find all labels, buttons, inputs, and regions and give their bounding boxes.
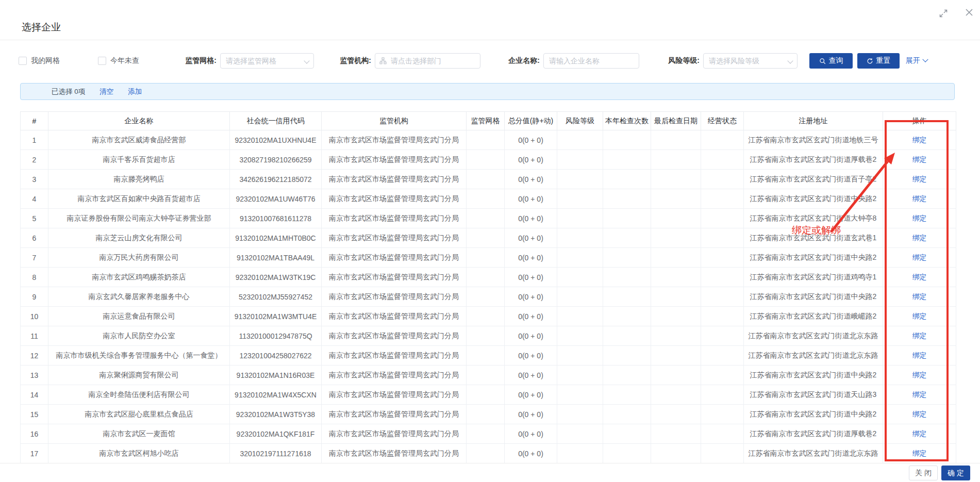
cell-grid <box>467 326 505 346</box>
not-inspected-checkbox[interactable] <box>98 57 106 65</box>
cell-grid <box>467 130 505 150</box>
cell-action: 绑定 <box>883 307 956 326</box>
cell-address: 江苏省南京市玄武区玄武门街道中央路2 <box>744 405 883 424</box>
bind-link[interactable]: 绑定 <box>912 194 927 203</box>
cell-action: 绑定 <box>883 228 956 248</box>
table-row: 12南京市市级机关综合事务管理服务中心（第一食堂）123201004258027… <box>21 346 956 365</box>
cell-action: 绑定 <box>883 365 956 385</box>
cell-risk <box>557 209 603 228</box>
column-header: 企业名称 <box>48 112 230 130</box>
column-header: 总分值(静+动) <box>505 112 557 130</box>
bind-link[interactable]: 绑定 <box>912 331 927 340</box>
cell-code: 92320102MA1UW46T76 <box>230 189 322 209</box>
cell-score: 0(0 + 0) <box>505 228 557 248</box>
cell-name: 南京市玄武区鸡鸣赐茶奶茶店 <box>48 268 230 287</box>
bind-link[interactable]: 绑定 <box>912 292 927 301</box>
table-row: 5南京证券股份有限公司南京大钟亭证券营业部913201007681611278南… <box>21 209 956 228</box>
cell-status <box>701 444 744 463</box>
cell-action: 绑定 <box>883 130 956 150</box>
close-icon[interactable] <box>963 6 975 19</box>
reset-button[interactable]: 重置 <box>857 53 900 69</box>
table-row: 13南京聚俐源商贸有限公司91320102MA1N16R03E南京市玄武区市场监… <box>21 365 956 385</box>
risk-level-select-input[interactable] <box>703 53 798 69</box>
cell-risk <box>557 307 603 326</box>
cell-status <box>701 228 744 248</box>
cell-address: 江苏省南京市玄武区玄武门街道玄武巷1 <box>744 228 883 248</box>
cell-risk <box>557 287 603 307</box>
cell-code: 342626196212185072 <box>230 170 322 189</box>
cell-index: 2 <box>21 150 48 170</box>
bind-link[interactable]: 绑定 <box>912 155 927 163</box>
cell-score: 0(0 + 0) <box>505 444 557 463</box>
close-button[interactable]: 关 闭 <box>909 466 938 480</box>
cell-last_date <box>651 326 701 346</box>
bind-link[interactable]: 绑定 <box>912 390 927 398</box>
cell-code: 92320102MA1W3T5Y38 <box>230 405 322 424</box>
cell-inspections <box>603 405 651 424</box>
bind-link[interactable]: 绑定 <box>912 273 927 281</box>
cell-agency: 南京市玄武区市场监督管理局玄武门分局 <box>322 307 467 326</box>
cell-last_date <box>651 170 701 189</box>
my-grid-checkbox[interactable] <box>19 57 27 65</box>
search-button[interactable]: 查询 <box>809 53 853 69</box>
table-row: 8南京市玄武区鸡鸣赐茶奶茶店92320102MA1W3TK19C南京市玄武区市场… <box>21 268 956 287</box>
cell-status <box>701 130 744 150</box>
cell-risk <box>557 346 603 365</box>
table-row: 6南京芝云山房文化有限公司91320102MA1MHT0B0C南京市玄武区市场监… <box>21 228 956 248</box>
cell-agency: 南京市玄武区市场监督管理局玄武门分局 <box>322 189 467 209</box>
cell-name: 南京芝云山房文化有限公司 <box>48 228 230 248</box>
bind-link[interactable]: 绑定 <box>912 253 927 261</box>
cell-address: 江苏省南京市玄武区玄武门街道厚载巷2 <box>744 424 883 444</box>
cell-code: 123201004258027622 <box>230 346 322 365</box>
cell-inspections <box>603 287 651 307</box>
add-selection-link[interactable]: 添加 <box>128 87 142 96</box>
agency-input[interactable] <box>375 53 480 69</box>
bind-link[interactable]: 绑定 <box>912 371 927 379</box>
bind-link[interactable]: 绑定 <box>912 136 927 144</box>
cell-index: 3 <box>21 170 48 189</box>
cell-status <box>701 385 744 405</box>
table-row: 16南京市玄武区一麦面馆92320102MA1QKF181F南京市玄武区市场监督… <box>21 424 956 444</box>
cell-address: 江苏省南京市玄武区玄武门街道峨嵋路2 <box>744 307 883 326</box>
fullscreen-icon[interactable] <box>938 8 949 19</box>
bind-link[interactable]: 绑定 <box>912 351 927 359</box>
bind-link[interactable]: 绑定 <box>912 214 927 222</box>
cell-status <box>701 326 744 346</box>
bind-link[interactable]: 绑定 <box>912 312 927 320</box>
expand-toggle[interactable]: 展开 <box>906 53 927 69</box>
cell-grid <box>467 424 505 444</box>
cell-inspections <box>603 170 651 189</box>
bind-link[interactable]: 绑定 <box>912 429 927 438</box>
cell-status <box>701 424 744 444</box>
not-inspected-checkbox-field: 今年未查 <box>98 53 139 69</box>
cell-address: 江苏省南京市玄武区玄武门街道北京东路 <box>744 346 883 365</box>
grid-select-input[interactable] <box>220 53 314 69</box>
cell-name: 南京市市级机关综合事务管理服务中心（第一食堂） <box>48 346 230 365</box>
bind-link[interactable]: 绑定 <box>912 234 927 242</box>
cell-agency: 南京市玄武区市场监督管理局玄武门分局 <box>322 287 467 307</box>
cell-status <box>701 189 744 209</box>
column-header: 监管机构 <box>322 112 467 130</box>
confirm-button[interactable]: 确 定 <box>941 466 970 480</box>
bind-link[interactable]: 绑定 <box>912 410 927 418</box>
bind-link[interactable]: 绑定 <box>912 449 927 457</box>
cell-address: 江苏省南京市玄武区玄武门街道中央路2 <box>744 287 883 307</box>
cell-score: 0(0 + 0) <box>505 365 557 385</box>
cell-agency: 南京市玄武区市场监督管理局玄武门分局 <box>322 209 467 228</box>
chevron-down-icon <box>922 57 928 62</box>
enterprise-table: #企业名称社会统一信用代码监管机构监管网格总分值(静+动)风险等级本年检查次数最… <box>20 111 956 463</box>
cell-last_date <box>651 209 701 228</box>
cell-agency: 南京市玄武区市场监督管理局玄武门分局 <box>322 170 467 189</box>
table-row: 9南京玄武久馨居家养老服务中心52320102MJ55927452南京市玄武区市… <box>21 287 956 307</box>
clear-selection-link[interactable]: 清空 <box>99 87 113 96</box>
cell-risk <box>557 405 603 424</box>
table-header-row: #企业名称社会统一信用代码监管机构监管网格总分值(静+动)风险等级本年检查次数最… <box>21 112 956 130</box>
cell-last_date <box>651 424 701 444</box>
bind-link[interactable]: 绑定 <box>912 175 927 183</box>
search-button-label: 查询 <box>829 56 843 65</box>
cell-inspections <box>603 150 651 170</box>
cell-code: 52320102MJ55927452 <box>230 287 322 307</box>
enterprise-name-input[interactable] <box>543 53 639 69</box>
cell-grid <box>467 170 505 189</box>
cell-inspections <box>603 130 651 150</box>
